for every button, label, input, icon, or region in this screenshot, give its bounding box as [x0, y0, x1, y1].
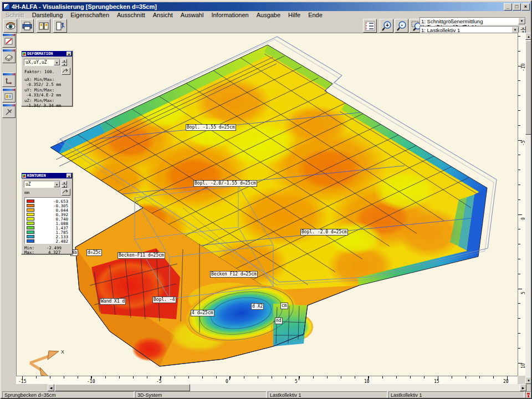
viewport-3d[interactable]: X Y Bopl. -1.55 d=25cmBopl. -2.0/-1.55 d… — [16, 33, 518, 376]
horizontal-scroll-thumb[interactable] — [55, 384, 190, 391]
redraw-icon — [62, 68, 68, 73]
legend-swatch — [27, 239, 34, 243]
title-bar[interactable]: 4H-ALFA - Visualisierung [Sprungbecken d… — [2, 2, 531, 11]
spinner-up-icon[interactable]: ▲ — [520, 26, 526, 30]
svg-text:-: - — [401, 22, 402, 28]
ruler-tick — [175, 376, 175, 378]
deformation-panel[interactable]: DEFORMATION ▪ uX,uY,uZ ▼ ▲ ▼ Faktor: 100… — [21, 50, 73, 106]
dimension-toolbox-button[interactable] — [2, 73, 16, 87]
ruler-label: 5 — [295, 379, 298, 384]
exit-button[interactable] — [53, 19, 67, 33]
menu-item-eigenschaften[interactable]: Eigenschaften — [67, 12, 114, 18]
close-button[interactable]: × — [521, 3, 530, 11]
scroll-down-icon[interactable]: ▼ — [525, 377, 532, 384]
manual-button[interactable] — [37, 19, 50, 33]
menu-item-ende[interactable]: Ende — [305, 12, 327, 18]
model-annotation: Bopl. -2.0 d=25cm — [300, 229, 348, 236]
menu-item-ausgabe[interactable]: Ausgabe — [253, 12, 285, 18]
ruler-tick — [518, 185, 520, 185]
ruler-tick — [244, 376, 244, 378]
apply-button[interactable] — [62, 68, 70, 75]
zoom-in-button[interactable]: + — [380, 19, 393, 33]
ruler-tick — [119, 376, 120, 378]
ruler-tick — [64, 376, 64, 378]
ruler-label: 10 — [364, 379, 370, 384]
deformation-panel-titlebar[interactable]: DEFORMATION ▪ — [22, 51, 72, 57]
deformation-combobox[interactable]: uX,uY,uZ ▼ — [24, 59, 60, 66]
konturen-combobox[interactable]: uZ ▼ — [24, 181, 60, 188]
ruler-tick — [230, 376, 231, 378]
status-logo-icon — [525, 391, 531, 398]
ruler-label: -10 — [87, 379, 95, 384]
ruler-tick — [518, 303, 520, 304]
chevron-down-icon[interactable]: ▼ — [518, 18, 525, 24]
ruler-tick — [518, 348, 520, 349]
vertical-scroll-thumb[interactable] — [525, 40, 532, 135]
model-annotation: Bopl. -1.55 d=25cm — [186, 124, 236, 131]
display-options-button[interactable]: * * * — [363, 19, 377, 33]
vertical-scrollbar[interactable]: ▲ ▼ — [525, 33, 532, 384]
legend-swatch — [27, 231, 34, 234]
fem-model: X Y — [17, 33, 518, 376]
analysis-combobox[interactable]: 1: Schnittgrößenermittlung ▼ — [420, 17, 526, 25]
horizontal-scrollbar[interactable]: ◀ ▶ — [48, 384, 526, 391]
menu-item-auswahl[interactable]: Auswahl — [177, 12, 208, 18]
analysis-combobox-value: 1: Schnittgrößenermittlung — [421, 18, 483, 24]
view-button[interactable] — [3, 19, 17, 33]
menu-item-darstellung[interactable]: Darstellung — [29, 12, 68, 18]
legend-swatch — [27, 226, 34, 229]
ruler-tick — [258, 376, 258, 378]
menu-item-informationen[interactable]: Informationen — [208, 12, 253, 18]
chevron-down-icon[interactable]: ▼ — [54, 181, 60, 187]
ruler-tick-major — [518, 289, 522, 289]
ruler-tick — [518, 170, 520, 170]
maximize-button[interactable]: □ — [513, 3, 521, 11]
ruler-tick — [410, 376, 411, 378]
menu-item-ansicht[interactable]: Ansicht — [150, 12, 177, 18]
print-button[interactable] — [20, 19, 34, 33]
ruler-tick — [91, 376, 92, 378]
ruler-tick — [216, 376, 217, 378]
legend-swatch — [27, 222, 34, 225]
ruler-tick — [518, 110, 520, 111]
system-toolbox-button[interactable] — [2, 49, 16, 63]
zoom-out-button[interactable]: - — [395, 19, 408, 33]
eye-icon — [5, 22, 16, 30]
refresh-button[interactable] — [62, 188, 70, 196]
tools-toolbox-button[interactable] — [2, 104, 16, 118]
konturen-panel[interactable]: KONTUREN ▪ uZ ▼ ▲ ▼ mm -0.653-0.3050.044… — [21, 172, 73, 254]
svg-text:*: * — [366, 27, 367, 31]
scroll-up-icon[interactable]: ▲ — [525, 33, 532, 40]
legend-list: -0.653-0.3050.0440.3920.7401.0881.4371.7… — [24, 197, 70, 244]
draw-toolbox-button[interactable] — [2, 33, 16, 48]
ruler-label: -5 — [156, 379, 162, 384]
model-annotation: Bopl. -2.0/-1.55 d=25cm — [193, 180, 257, 187]
deformation-spinner[interactable]: ▲ ▼ — [62, 59, 67, 66]
scroll-left-icon[interactable]: ◀ — [48, 384, 54, 391]
scroll-right-icon[interactable]: ▶ — [520, 384, 526, 391]
model-annotation: d=25c — [86, 249, 102, 256]
menu-item-ausschnitt[interactable]: Ausschnitt — [114, 12, 150, 18]
konturen-panel-titlebar[interactable]: KONTUREN ▪ — [22, 173, 72, 178]
spinner-down-icon[interactable]: ▼ — [62, 63, 67, 66]
panel-close-icon[interactable]: ▪ — [66, 52, 71, 56]
book-icon — [38, 22, 49, 30]
spinner-down-icon[interactable]: ▼ — [62, 185, 67, 188]
zoom-out-icon: - — [396, 21, 407, 32]
zoom-in-icon: + — [381, 21, 392, 32]
konturen-spinner[interactable]: ▲ ▼ — [62, 181, 67, 188]
minimize-button[interactable]: _ — [504, 3, 512, 11]
dimension-icon — [4, 77, 13, 85]
panel-close-icon[interactable]: ▪ — [66, 173, 71, 178]
printer-icon — [22, 22, 33, 30]
ruler-tick — [327, 376, 328, 378]
model-annotation: Bopl. -4 — [152, 296, 176, 303]
legend-row: 2.482 — [27, 239, 68, 243]
image-toolbox-button[interactable] — [2, 88, 16, 103]
status-bar: Sprungbecken d=35cm 3D-System Lastkollek… — [2, 391, 531, 398]
chevron-down-icon[interactable]: ▼ — [54, 59, 60, 65]
menu-item-hilfe[interactable]: Hilfe — [285, 12, 305, 18]
ruler-tick — [518, 229, 520, 229]
legend-max-label: Max: — [24, 250, 34, 255]
ruler-tick — [355, 376, 355, 378]
